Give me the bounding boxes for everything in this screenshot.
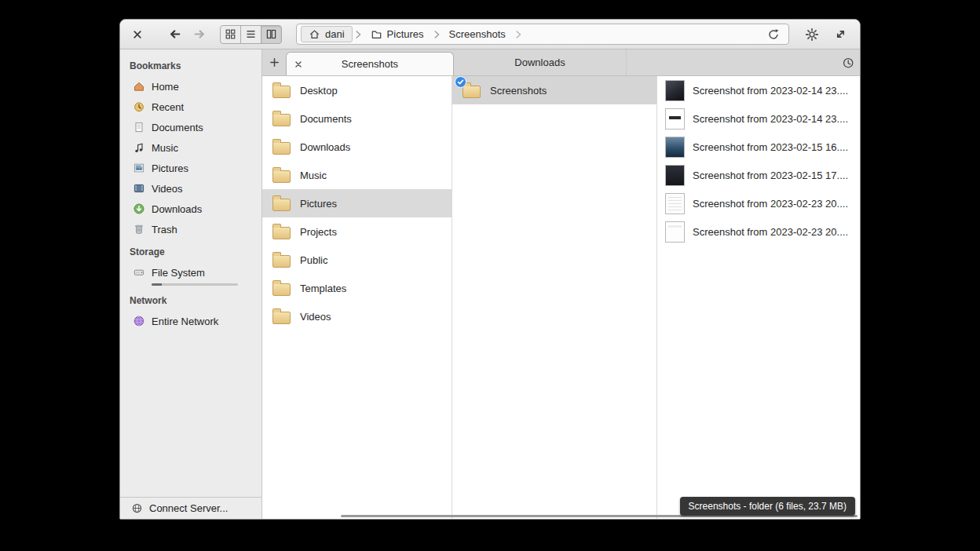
sidebar-item-label: Videos — [152, 183, 183, 195]
sidebar-item-documents[interactable]: Documents — [120, 117, 261, 137]
folder-row-pictures[interactable]: Pictures — [262, 189, 452, 217]
sidebar-item-label: Music — [152, 142, 178, 154]
home-icon — [132, 80, 145, 93]
folder-row-projects[interactable]: Projects — [262, 217, 452, 246]
row-label: Public — [300, 254, 327, 266]
expand-button[interactable] — [828, 23, 852, 46]
row-label: Desktop — [300, 85, 338, 97]
history-button[interactable] — [836, 49, 860, 75]
forward-button[interactable] — [189, 24, 210, 45]
check-badge-icon — [455, 76, 466, 88]
folder-icon — [272, 114, 291, 126]
file-thumbnail — [665, 165, 685, 186]
filesystem-icon — [132, 266, 145, 279]
file-row[interactable]: Screenshot from 2023-02-23 20.... — [657, 217, 860, 246]
new-tab-icon — [269, 57, 280, 68]
window-close-button[interactable] — [128, 25, 147, 44]
folder-row-public[interactable]: Public — [262, 246, 452, 274]
folder-row-screenshots[interactable]: Screenshots — [452, 76, 656, 104]
view-switcher — [221, 25, 282, 44]
settings-menu-button[interactable] — [800, 23, 824, 46]
row-label: Projects — [300, 226, 337, 238]
tab-screenshots[interactable]: Screenshots — [286, 52, 454, 75]
file-manager-window: dani Pictures Screenshots — [119, 19, 861, 520]
folder-icon — [371, 28, 382, 40]
connect-server-button[interactable]: Connect Server... — [120, 497, 261, 519]
chevron-right-icon — [513, 29, 524, 40]
breadcrumb-segment-screenshots[interactable]: Screenshots — [442, 27, 513, 42]
new-tab-button[interactable] — [262, 49, 286, 75]
sidebar-item-home[interactable]: Home — [120, 76, 261, 97]
history-icon — [842, 57, 854, 69]
column-screenshots-files: Screenshot from 2023-02-14 23.... Screen… — [657, 76, 860, 519]
sidebar: Bookmarks Home Recent Documents — [120, 49, 262, 519]
sidebar-item-recent[interactable]: Recent — [120, 97, 261, 117]
file-thumbnail — [665, 108, 685, 130]
folder-icon — [272, 86, 291, 98]
column-view: Desktop Documents Downloads Music — [262, 76, 860, 519]
list-view-button[interactable] — [240, 25, 261, 44]
row-label: Pictures — [300, 198, 337, 210]
breadcrumb-segment-home[interactable]: dani — [301, 26, 353, 42]
chevron-right-icon — [431, 29, 442, 40]
file-thumbnail — [665, 193, 685, 214]
breadcrumb-label: Screenshots — [449, 28, 506, 40]
row-label: Screenshots — [490, 85, 547, 97]
main-area: Screenshots Downloads Deskt — [262, 49, 860, 519]
column-view-icon — [265, 28, 277, 40]
back-button[interactable] — [164, 24, 185, 45]
sidebar-item-videos[interactable]: Videos — [120, 178, 261, 199]
sidebar-item-label: File System — [152, 267, 205, 279]
folder-icon — [272, 142, 291, 155]
expand-icon — [834, 27, 847, 41]
folder-row-videos[interactable]: Videos — [262, 302, 452, 330]
connect-server-label: Connect Server... — [149, 502, 228, 514]
row-label: Templates — [300, 283, 346, 294]
breadcrumb-segment-pictures[interactable]: Pictures — [364, 27, 431, 42]
column-places: Desktop Documents Downloads Music — [262, 76, 452, 519]
column-view-button[interactable] — [261, 25, 282, 44]
folder-row-desktop[interactable]: Desktop — [262, 76, 452, 104]
file-thumbnail — [665, 137, 685, 158]
folder-row-downloads[interactable]: Downloads — [262, 133, 452, 161]
connect-server-icon — [130, 502, 144, 515]
sidebar-item-downloads[interactable]: Downloads — [120, 199, 261, 219]
disk-usage-bar — [152, 283, 238, 286]
file-label: Screenshot from 2023-02-14 23.... — [693, 85, 848, 97]
folder-row-templates[interactable]: Templates — [262, 274, 452, 302]
back-arrow-icon — [168, 27, 181, 41]
trash-icon — [132, 223, 145, 236]
sidebar-item-entire-network[interactable]: Entire Network — [120, 311, 261, 331]
file-row[interactable]: Screenshot from 2023-02-23 20.... — [657, 189, 860, 217]
row-label: Videos — [300, 311, 331, 323]
folder-row-music[interactable]: Music — [262, 161, 452, 189]
breadcrumb-label: Pictures — [387, 28, 424, 40]
file-label: Screenshot from 2023-02-23 20.... — [693, 198, 848, 210]
sidebar-item-file-system[interactable]: File System — [120, 262, 261, 283]
sidebar-item-pictures[interactable]: Pictures — [120, 158, 261, 178]
refresh-button[interactable] — [764, 25, 783, 44]
sidebar-item-music[interactable]: Music — [120, 137, 261, 158]
sidebar-heading-network: Network — [120, 288, 261, 311]
file-row[interactable]: Screenshot from 2023-02-15 17.... — [657, 161, 860, 189]
breadcrumb-label: dani — [325, 28, 345, 40]
file-row[interactable]: Screenshot from 2023-02-15 16.... — [657, 133, 860, 161]
desktop-background: dani Pictures Screenshots — [0, 0, 980, 551]
sidebar-item-label: Documents — [152, 122, 203, 133]
recent-icon — [132, 100, 145, 114]
row-label: Music — [300, 170, 327, 181]
sidebar-list: Bookmarks Home Recent Documents — [120, 49, 261, 497]
file-row[interactable]: Screenshot from 2023-02-14 23.... — [657, 76, 860, 104]
grid-view-button[interactable] — [220, 25, 241, 44]
sidebar-item-trash[interactable]: Trash — [120, 219, 261, 239]
folder-row-documents[interactable]: Documents — [262, 104, 452, 133]
tab-close-icon[interactable] — [294, 60, 303, 69]
close-icon — [132, 29, 143, 40]
sidebar-item-label: Downloads — [152, 203, 202, 215]
gear-icon — [805, 27, 819, 42]
downloads-icon — [132, 203, 145, 216]
tab-downloads[interactable]: Downloads — [454, 49, 627, 75]
sidebar-item-label: Entire Network — [152, 316, 218, 327]
sidebar-item-label: Trash — [152, 224, 177, 235]
file-row[interactable]: Screenshot from 2023-02-14 23.... — [657, 104, 860, 133]
